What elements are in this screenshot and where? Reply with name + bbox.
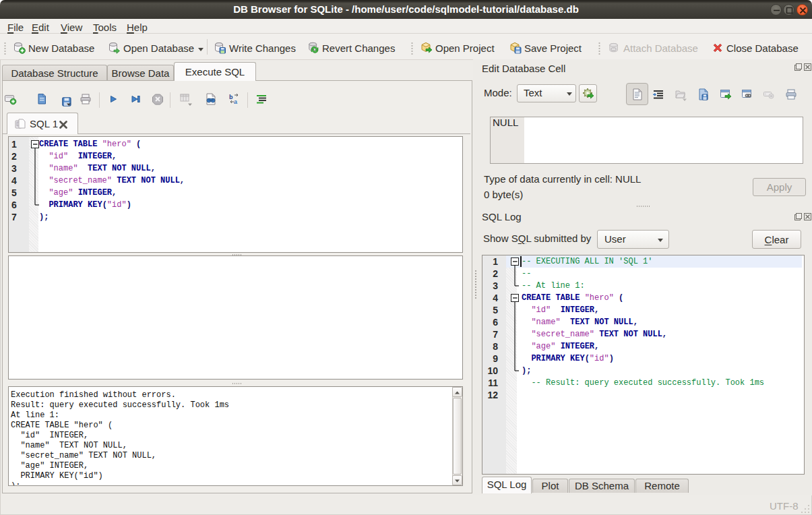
svg-text:a: a [234, 98, 238, 105]
svg-text:b: b [229, 94, 233, 100]
